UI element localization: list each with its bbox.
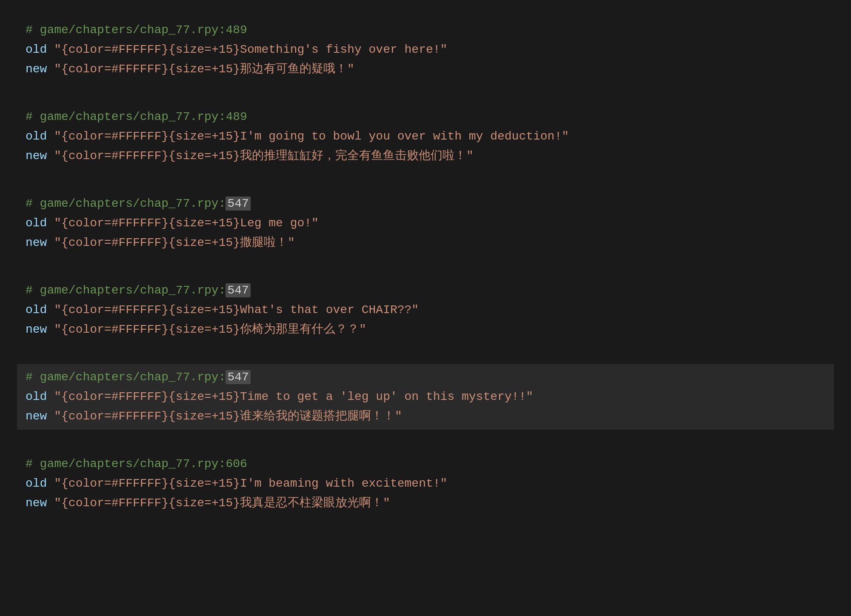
new-content: new "{color=#FFFFFF}{size=+15}我真是忍不柱梁眼放光… — [26, 496, 390, 510]
comment-line: # game/chapters/chap_77.rpy:606 — [26, 455, 825, 473]
keyword-new: new — [26, 236, 47, 249]
code-block-1: # game/chapters/chap_77.rpy:489old "{col… — [26, 17, 825, 83]
keyword-new: new — [26, 63, 47, 76]
old-line: old "{color=#FFFFFF}{size=+15}Time to ge… — [26, 388, 825, 406]
old-content: old "{color=#FFFFFF}{size=+15}Leg me go!… — [26, 217, 319, 230]
old-content: old "{color=#FFFFFF}{size=+15}What's tha… — [26, 303, 419, 317]
old-line: old "{color=#FFFFFF}{size=+15}What's tha… — [26, 301, 825, 319]
keyword-old: old — [26, 43, 47, 56]
code-block-3: # game/chapters/chap_77.rpy:547old "{col… — [26, 191, 825, 256]
code-block-4: # game/chapters/chap_77.rpy:547old "{col… — [26, 277, 825, 343]
new-line: new "{color=#FFFFFF}{size=+15}撒腿啦！" — [26, 234, 825, 252]
comment-line: # game/chapters/chap_77.rpy:547 — [26, 195, 825, 213]
old-content: old "{color=#FFFFFF}{size=+15}I'm going … — [26, 130, 569, 143]
old-line: old "{color=#FFFFFF}{size=+15}Something'… — [26, 41, 825, 59]
old-content: old "{color=#FFFFFF}{size=+15}Something'… — [26, 43, 447, 56]
new-content: new "{color=#FFFFFF}{size=+15}撒腿啦！" — [26, 236, 295, 249]
comment-line: # game/chapters/chap_77.rpy:489 — [26, 108, 825, 126]
new-line: new "{color=#FFFFFF}{size=+15}我真是忍不柱梁眼放光… — [26, 494, 825, 512]
keyword-new: new — [26, 149, 47, 163]
new-content: new "{color=#FFFFFF}{size=+15}你椅为那里有什么？？… — [26, 323, 366, 336]
keyword-old: old — [26, 477, 47, 490]
keyword-new: new — [26, 496, 47, 510]
new-content: new "{color=#FFFFFF}{size=+15}谁来给我的谜题搭把腿… — [26, 410, 402, 423]
old-line: old "{color=#FFFFFF}{size=+15}Leg me go!… — [26, 214, 825, 232]
old-content: old "{color=#FFFFFF}{size=+15}I'm beamin… — [26, 477, 447, 490]
comment-line: # game/chapters/chap_77.rpy:547 — [26, 368, 825, 386]
line-ref: 547 — [226, 197, 250, 211]
new-content: new "{color=#FFFFFF}{size=+15}我的推理缸缸好，完全… — [26, 149, 474, 163]
keyword-old: old — [26, 390, 47, 403]
keyword-new: new — [26, 410, 47, 423]
keyword-old: old — [26, 130, 47, 143]
code-block-6: # game/chapters/chap_77.rpy:606old "{col… — [26, 451, 825, 516]
line-ref: 547 — [226, 283, 250, 297]
new-content: new "{color=#FFFFFF}{size=+15}那边有可鱼的疑哦！" — [26, 63, 354, 76]
comment-line: # game/chapters/chap_77.rpy:547 — [26, 282, 825, 299]
new-line: new "{color=#FFFFFF}{size=+15}我的推理缸缸好，完全… — [26, 147, 825, 165]
code-editor-content: # game/chapters/chap_77.rpy:489old "{col… — [26, 17, 825, 516]
code-block-5: # game/chapters/chap_77.rpy:547old "{col… — [17, 364, 834, 430]
old-content: old "{color=#FFFFFF}{size=+15}Time to ge… — [26, 390, 533, 403]
code-block-2: # game/chapters/chap_77.rpy:489old "{col… — [26, 104, 825, 169]
new-line: new "{color=#FFFFFF}{size=+15}你椅为那里有什么？？… — [26, 321, 825, 339]
keyword-new: new — [26, 323, 47, 336]
new-line: new "{color=#FFFFFF}{size=+15}谁来给我的谜题搭把腿… — [26, 408, 825, 425]
comment-line: # game/chapters/chap_77.rpy:489 — [26, 21, 825, 39]
keyword-old: old — [26, 217, 47, 230]
new-line: new "{color=#FFFFFF}{size=+15}那边有可鱼的疑哦！" — [26, 60, 825, 78]
keyword-old: old — [26, 303, 47, 317]
line-ref: 547 — [226, 370, 250, 384]
old-line: old "{color=#FFFFFF}{size=+15}I'm beamin… — [26, 475, 825, 493]
old-line: old "{color=#FFFFFF}{size=+15}I'm going … — [26, 128, 825, 145]
